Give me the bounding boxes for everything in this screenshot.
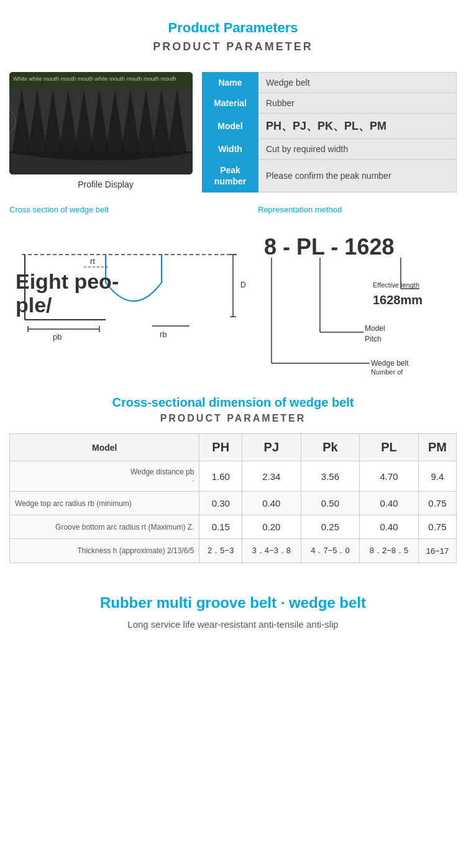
row-label-4: Thickness h (approximate) 2/13/6/5: [10, 539, 199, 563]
table-row: Wedge top arc radius rb (minimum) 0.30 0…: [10, 492, 457, 515]
th-ph: PH: [199, 434, 242, 461]
cell-pl-2: 0.40: [360, 492, 419, 515]
param-row-model: Model PH、PJ、PK、PL、PM: [203, 113, 457, 138]
svg-text:1628mm: 1628mm: [373, 293, 423, 307]
cell-ph-3: 0.15: [199, 515, 242, 539]
cross-section-diagram: Ding rt pb: [9, 220, 245, 357]
param-label-width: Width: [203, 138, 258, 159]
cell-pk-1: 3.56: [301, 461, 360, 492]
cross-section-label: Cross section of wedge belt: [9, 205, 258, 215]
param-value-material: Rubber: [258, 93, 457, 113]
cell-ph-1: 1.60: [199, 461, 242, 492]
svg-text:pb: pb: [53, 332, 62, 341]
cell-ph-4: 2．5−3: [199, 539, 242, 563]
svg-text:Number of: Number of: [371, 368, 403, 376]
profile-display: White white mouth mouth mouth white mout…: [9, 72, 202, 189]
cell-pm-1: 9.4: [418, 461, 456, 492]
profile-label: Profile Display: [9, 179, 202, 189]
table-row: Wedge distance pb· 1.60 2.34 3.56 4.70 9…: [10, 461, 457, 492]
params-table: Name Wedge belt Material Rubber Model PH…: [202, 72, 457, 192]
row-label-3: Groove bottom arc radius rt (Maximum) Z.: [10, 515, 199, 539]
param-value-model: PH、PJ、PK、PL、PM: [258, 113, 457, 138]
dimension-section: Cross-sectional dimension of wedge belt …: [9, 394, 457, 563]
param-row-peak: Peaknumber Please confirm the peak numbe…: [203, 159, 457, 192]
param-value-width: Cut by required width: [258, 138, 457, 159]
representation-section: Representation method 8 - PL - 1628 E: [258, 205, 457, 376]
data-table: Model PH PJ Pk PL PM Wedge distance pb· …: [9, 433, 457, 563]
row-label-2: Wedge top arc radius rb (minimum): [10, 492, 199, 515]
cell-ph-2: 0.30: [199, 492, 242, 515]
svg-text:Effective length: Effective length: [373, 281, 419, 289]
table-header-row: Model PH PJ Pk PL PM: [10, 434, 457, 461]
cell-pj-4: 3．4−3．8: [242, 539, 301, 563]
cell-pl-1: 4.70: [360, 461, 419, 492]
param-row-name: Name Wedge belt: [203, 72, 457, 93]
cell-pm-2: 0.75: [418, 492, 456, 515]
cell-pj-3: 0.20: [242, 515, 301, 539]
svg-text:Model: Model: [365, 324, 385, 333]
th-pm: PM: [418, 434, 456, 461]
header-title-en: PRODUCT PARAMETER: [12, 40, 454, 53]
cell-pj-1: 2.34: [242, 461, 301, 492]
dimension-subtitle: PRODUCT PARAMETER: [9, 413, 457, 424]
cell-pk-4: 4．7−5．0: [301, 539, 360, 563]
footer-title: Rubber multi groove belt · wedge belt: [12, 594, 454, 612]
belt-watermark: White white mouth mouth mouth white mout…: [13, 76, 176, 82]
th-model: Model: [10, 434, 199, 461]
product-params-section: White white mouth mouth mouth white mout…: [9, 72, 457, 192]
cell-pm-4: 16−17: [418, 539, 456, 563]
row-label-1: Wedge distance pb·: [10, 461, 199, 492]
header-title-cn: Product Parameters: [12, 19, 454, 38]
cross-section: Cross section of wedge belt Ding: [9, 205, 258, 357]
param-label-peak: Peaknumber: [203, 159, 258, 192]
svg-text:Pitch: Pitch: [365, 335, 381, 343]
param-row-material: Material Rubber: [203, 93, 457, 113]
svg-text:8 - PL - 1628: 8 - PL - 1628: [264, 234, 394, 260]
cell-pk-3: 0.25: [301, 515, 360, 539]
param-row-width: Width Cut by required width: [203, 138, 457, 159]
cell-pm-3: 0.75: [418, 515, 456, 539]
th-pj: PJ: [242, 434, 301, 461]
svg-text:Ding: Ding: [240, 281, 245, 289]
cell-pk-2: 0.50: [301, 492, 360, 515]
cell-pj-2: 0.40: [242, 492, 301, 515]
th-pl: PL: [360, 434, 419, 461]
svg-text:Wedge belt: Wedge belt: [371, 359, 409, 368]
param-value-name: Wedge belt: [258, 72, 457, 93]
param-value-peak: Please confirm the peak number: [258, 159, 457, 192]
dimension-title: Cross-sectional dimension of wedge belt: [9, 394, 457, 410]
representation-label: Representation method: [258, 205, 457, 215]
svg-text:rt: rt: [90, 256, 95, 266]
svg-text:rb: rb: [160, 330, 167, 339]
belt-image: White white mouth mouth mouth white mout…: [9, 72, 193, 174]
svg-text:Eight peo-: Eight peo-: [16, 269, 119, 293]
table-row: Groove bottom arc radius rt (Maximum) Z.…: [10, 515, 457, 539]
cell-pl-4: 8．2−8．5: [360, 539, 419, 563]
svg-text:ple/: ple/: [16, 293, 52, 317]
footer-subtitle: Long service life wear-resistant anti-te…: [12, 619, 454, 630]
param-label-material: Material: [203, 93, 258, 113]
header-section: Product Parameters PRODUCT PARAMETER: [0, 0, 466, 60]
param-label-name: Name: [203, 72, 258, 93]
th-pk: Pk: [301, 434, 360, 461]
diagram-section: Cross section of wedge belt Ding: [9, 205, 457, 376]
table-row: Thickness h (approximate) 2/13/6/5 2．5−3…: [10, 539, 457, 563]
footer-section: Rubber multi groove belt · wedge belt Lo…: [0, 569, 466, 648]
param-label-model: Model: [203, 113, 258, 138]
cell-pl-3: 0.40: [360, 515, 419, 539]
